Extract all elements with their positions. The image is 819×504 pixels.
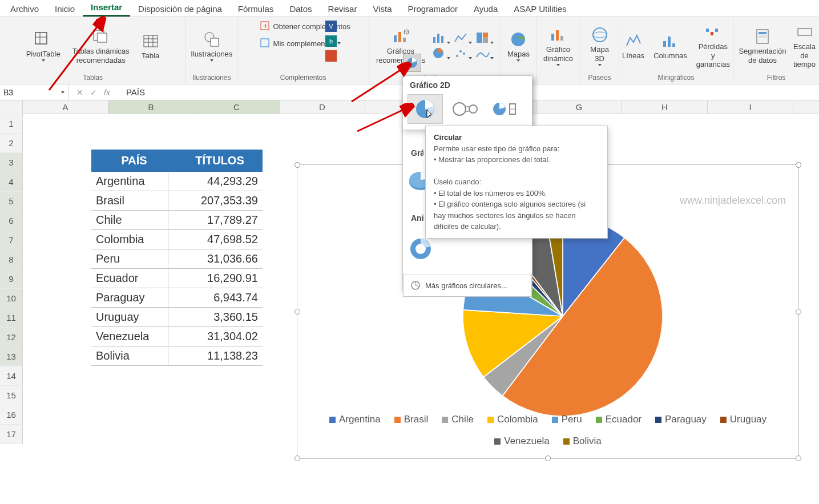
row-header-6[interactable]: 6 — [0, 211, 23, 231]
table-row[interactable]: Paraguay6,943.74 — [91, 288, 263, 308]
cell-country[interactable]: Paraguay — [91, 288, 168, 307]
tab-programador[interactable]: Programador — [400, 1, 466, 17]
legend-item-venezuela[interactable]: Venezuela — [494, 436, 549, 447]
row-header-7[interactable]: 7 — [0, 231, 23, 250]
row-header-4[interactable]: 4 — [0, 172, 23, 192]
row-header-1[interactable]: 1 — [0, 114, 23, 134]
tab-asap-utilities[interactable]: ASAP Utilities — [506, 1, 574, 17]
people-addin-icon[interactable] — [325, 50, 337, 62]
formula-value[interactable]: PAÍS — [118, 87, 153, 97]
more-pie-charts-link[interactable]: Más gráficos circulares... — [403, 274, 532, 297]
legend-item-ecuador[interactable]: Ecuador — [596, 414, 642, 425]
legend-item-bolivia[interactable]: Bolivia — [563, 436, 602, 447]
legend-item-chile[interactable]: Chile — [442, 414, 474, 425]
maps-button[interactable]: Mapas — [505, 28, 532, 64]
doughnut-option[interactable] — [408, 236, 434, 262]
row-header-13[interactable]: 13 — [0, 347, 23, 366]
cell-value[interactable]: 11,138.23 — [168, 346, 263, 365]
tab-datos[interactable]: Datos — [281, 1, 320, 17]
cell-value[interactable]: 17,789.27 — [168, 211, 263, 229]
cell-country[interactable]: Uruguay — [91, 308, 168, 326]
treemap-chart-menu[interactable] — [475, 31, 496, 46]
cell-value[interactable]: 31,036.66 — [168, 249, 263, 268]
table-row[interactable]: Colombia47,698.52 — [91, 230, 263, 249]
table-row[interactable]: Peru31,036.66 — [91, 249, 263, 269]
tab-revisar[interactable]: Revisar — [320, 1, 365, 17]
slicer-button[interactable]: Segmentación de datos — [736, 25, 788, 67]
cell-country[interactable]: Peru — [91, 249, 168, 268]
legend-item-colombia[interactable]: Colombia — [487, 414, 538, 425]
cell-country[interactable]: Brasil — [91, 191, 168, 210]
cell-country[interactable]: Ecuador — [91, 269, 168, 288]
cell-country[interactable]: Chile — [91, 211, 168, 229]
tab-disposición-de-página[interactable]: Disposición de página — [130, 1, 230, 17]
tab-insertar[interactable]: Insertar — [83, 0, 130, 17]
row-header-15[interactable]: 15 — [0, 386, 23, 405]
col-header-G[interactable]: G — [536, 100, 622, 114]
table-row[interactable]: Venezuela31,304.02 — [91, 327, 263, 346]
sparkline-winloss-button[interactable]: Pérdidas y ganancias — [694, 21, 732, 71]
cell-value[interactable]: 3,360.15 — [168, 308, 263, 326]
row-header-2[interactable]: 2 — [0, 134, 23, 153]
table-row[interactable]: Argentina44,293.29 — [91, 172, 263, 191]
tab-archivo[interactable]: Archivo — [2, 1, 47, 17]
3d-map-button[interactable]: Mapa 3D — [585, 23, 614, 68]
cell-value[interactable]: 207,353.39 — [168, 191, 263, 210]
tab-inicio[interactable]: Inicio — [47, 1, 83, 17]
cell-country[interactable]: Argentina — [91, 172, 168, 191]
table-button[interactable]: Tabla — [139, 30, 162, 63]
row-header-10[interactable]: 10 — [0, 289, 23, 308]
surface-chart-menu[interactable] — [475, 47, 496, 61]
pivot-chart-button[interactable]: Gráfico dinámico — [541, 23, 575, 68]
table-row[interactable]: Uruguay3,360.15 — [91, 308, 263, 327]
tab-ayuda[interactable]: Ayuda — [466, 1, 506, 17]
col-header-B[interactable]: B — [108, 100, 194, 114]
get-addins-button[interactable]: +Obtener complementos — [257, 19, 353, 33]
tab-fórmulas[interactable]: Fórmulas — [230, 1, 282, 17]
table-row[interactable]: Bolivia11,138.23 — [91, 346, 263, 366]
illustrations-button[interactable]: Ilustraciones — [188, 28, 235, 64]
cell-value[interactable]: 6,943.74 — [168, 288, 263, 307]
timeline-button[interactable]: Escala de tiempo — [793, 21, 816, 71]
row-header-9[interactable]: 9 — [0, 269, 23, 289]
column-chart-menu[interactable] — [432, 31, 453, 46]
cell-value[interactable]: 44,293.29 — [168, 172, 263, 191]
row-header-17[interactable]: 17 — [0, 425, 23, 444]
legend-item-peru[interactable]: Peru — [552, 414, 582, 425]
line-chart-menu[interactable] — [454, 31, 474, 46]
col-header-I[interactable]: I — [708, 100, 793, 114]
row-header-11[interactable]: 11 — [0, 308, 23, 328]
legend-item-argentina[interactable]: Argentina — [329, 414, 381, 425]
legend-item-uruguay[interactable]: Uruguay — [720, 414, 766, 425]
col-header-H[interactable]: H — [622, 100, 708, 114]
row-header-16[interactable]: 16 — [0, 405, 23, 425]
row-header-8[interactable]: 8 — [0, 250, 23, 269]
cell-value[interactable]: 31,304.02 — [168, 327, 263, 346]
sparkline-line-button[interactable]: Líneas — [620, 30, 647, 63]
cell-country[interactable]: Venezuela — [91, 327, 168, 346]
pie-of-pie-option[interactable] — [447, 94, 483, 124]
col-header-J[interactable]: J — [793, 100, 819, 114]
row-header-3[interactable]: 3 — [0, 153, 23, 172]
sparkline-column-button[interactable]: Columnas — [651, 30, 689, 63]
col-header-A[interactable]: A — [23, 100, 108, 114]
row-header-5[interactable]: 5 — [0, 192, 23, 211]
col-header-C[interactable]: C — [194, 100, 280, 114]
legend-item-brasil[interactable]: Brasil — [394, 414, 429, 425]
pie-chart-menu[interactable] — [432, 47, 453, 61]
tab-vista[interactable]: Vista — [365, 1, 400, 17]
row-header-12[interactable]: 12 — [0, 328, 23, 347]
legend-item-paraguay[interactable]: Paraguay — [655, 414, 707, 425]
table-row[interactable]: Ecuador16,290.91 — [91, 269, 263, 288]
bing-addin-icon[interactable]: b — [325, 35, 337, 47]
row-header-14[interactable]: 14 — [0, 366, 23, 386]
scatter-chart-menu[interactable] — [454, 47, 474, 61]
cell-value[interactable]: 47,698.52 — [168, 230, 263, 249]
cell-value[interactable]: 16,290.91 — [168, 269, 263, 288]
bar-of-pie-option[interactable] — [487, 94, 523, 124]
table-row[interactable]: Brasil207,353.39 — [91, 191, 263, 211]
cell-country[interactable]: Colombia — [91, 230, 168, 249]
table-row[interactable]: Chile17,789.27 — [91, 211, 263, 230]
visio-addin-icon[interactable]: V — [325, 21, 337, 32]
cell-country[interactable]: Bolivia — [91, 346, 168, 365]
